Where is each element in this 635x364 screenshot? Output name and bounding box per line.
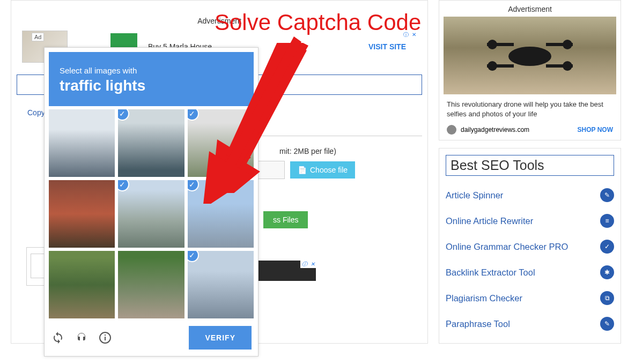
seo-item[interactable]: Paraphrase Tool✎ — [446, 311, 614, 337]
shop-now-link[interactable]: SHOP NOW — [578, 126, 613, 133]
ad-badge: Ad — [32, 33, 44, 41]
globe-icon — [447, 125, 456, 135]
svg-rect-13 — [105, 335, 106, 336]
svg-rect-12 — [105, 337, 106, 340]
seo-item[interactable]: Online Grammar Checker PRO✓ — [446, 234, 614, 259]
sidebar-ad-box: Advertisment Ad ⓘ✕ This revolutionary dr… — [439, 0, 621, 140]
sidebar: Advertisment Ad ⓘ✕ This revolutionary dr… — [439, 0, 621, 344]
seo-item[interactable]: Article Spinner✎ — [446, 182, 614, 208]
sidebar-ad-label: Advertisment — [444, 5, 616, 13]
seo-tools-box: Best SEO Tools Article Spinner✎ Online A… — [439, 148, 621, 344]
tool-icon: ⧉ — [600, 291, 614, 305]
tool-icon: ✓ — [600, 240, 614, 254]
info-icon[interactable] — [98, 331, 112, 345]
svg-point-10 — [563, 61, 572, 71]
reload-icon[interactable] — [51, 331, 65, 345]
seo-tools-title: Best SEO Tools — [446, 155, 614, 176]
audio-icon[interactable] — [75, 331, 88, 345]
choose-file-label: Choose file — [310, 166, 348, 174]
visit-site-link[interactable]: VISIT SITE — [368, 42, 406, 51]
seo-item[interactable]: Plagiarism Checker⧉ — [446, 285, 614, 311]
captcha-tile[interactable] — [49, 109, 115, 177]
seo-link[interactable]: Paraphrase Tool — [446, 319, 510, 329]
drone-ad-caption: This revolutionary drone will help you t… — [444, 94, 616, 123]
svg-point-7 — [488, 40, 497, 49]
tool-icon: ✎ — [600, 188, 614, 202]
check-icon: ✓ — [188, 251, 199, 262]
tool-icon: ≡ — [600, 214, 614, 228]
svg-point-9 — [488, 61, 497, 71]
check-icon: ✓ — [118, 109, 129, 121]
process-files-button[interactable]: ss Files — [263, 211, 308, 228]
seo-link[interactable]: Backlink Extractor Tool — [446, 268, 535, 278]
svg-point-8 — [563, 40, 572, 49]
tool-icon: ✱ — [600, 265, 614, 279]
verify-button[interactable]: VERIFY — [189, 326, 252, 350]
seo-link[interactable]: Article Spinner — [446, 190, 503, 200]
captcha-tile[interactable] — [118, 251, 184, 318]
captcha-tile[interactable] — [49, 251, 115, 318]
annotation-text: Solve Captcha Code — [215, 10, 421, 35]
adchoices-icon[interactable]: ⓘ✕ — [300, 260, 316, 268]
seo-item[interactable]: Online Article Rewriter≡ — [446, 208, 614, 234]
seo-link[interactable]: Plagiarism Checker — [446, 293, 522, 303]
captcha-tile[interactable] — [49, 180, 115, 248]
seo-link[interactable]: Online Article Rewriter — [446, 216, 533, 226]
seo-link[interactable]: Online Grammar Checker PRO — [446, 242, 568, 252]
svg-point-2 — [508, 47, 551, 66]
copy-link[interactable]: Copy — [27, 108, 45, 117]
drone-icon — [476, 32, 584, 75]
seo-item[interactable]: Backlink Extractor Tool✱ — [446, 259, 614, 285]
drone-ad-image[interactable] — [444, 17, 616, 94]
tool-icon: ✎ — [600, 317, 614, 331]
captcha-footer: VERIFY — [45, 318, 258, 356]
captcha-tile[interactable]: ✓ — [188, 251, 254, 318]
check-icon: ✓ — [118, 180, 129, 191]
ad-domain: dailygadgetreviews.com — [461, 126, 529, 133]
annotation-arrow-shape — [161, 32, 311, 204]
